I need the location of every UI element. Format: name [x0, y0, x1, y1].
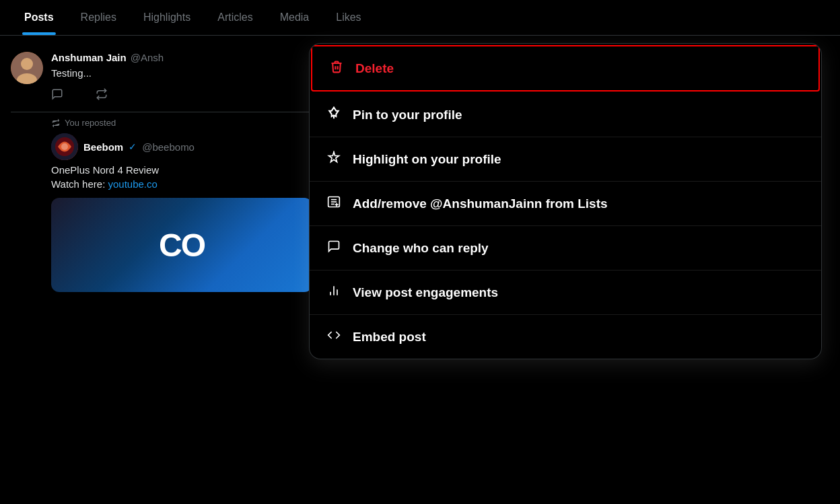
post-author-1: Anshuman Jain [51, 52, 127, 63]
sparkle-icon [326, 151, 342, 168]
repost-header: Beebom ✓ @beebomo [51, 133, 312, 160]
repost-indicator: You reposted [51, 118, 312, 128]
repost-content: Beebom ✓ @beebomo OnePlus Nord 4 Review … [51, 133, 312, 292]
repost-icon [51, 118, 61, 128]
avatar-image [11, 52, 43, 84]
svg-point-5 [61, 143, 68, 150]
delete-label: Delete [355, 61, 394, 76]
posts-area: Anshuman Jain @Ansh Testing... [0, 36, 323, 308]
tab-posts[interactable]: Posts [11, 0, 67, 35]
tab-bar: Posts Replies Highlights Articles Media … [0, 0, 840, 36]
menu-item-delete[interactable]: Delete [311, 45, 820, 92]
post-header-1: Anshuman Jain @Ansh [51, 52, 312, 63]
post-item-2: You reposted Beebom ✓ @beebomo [11, 112, 312, 300]
list-icon [326, 195, 342, 212]
embed-icon [326, 328, 342, 345]
reply-icon[interactable] [51, 88, 63, 104]
post-item-1: Anshuman Jain @Ansh Testing... [11, 44, 312, 112]
reply-settings-label: Change who can reply [353, 241, 489, 256]
retweet-icon[interactable] [96, 88, 108, 104]
tab-media[interactable]: Media [267, 0, 323, 35]
chart-icon [326, 284, 342, 301]
avatar-anshuman [11, 52, 43, 84]
repost-text: OnePlus Nord 4 Review Watch here: youtub… [51, 163, 312, 191]
tab-likes[interactable]: Likes [322, 0, 374, 35]
repost-author: Beebom [83, 141, 123, 153]
menu-item-reply-settings[interactable]: Change who can reply [310, 226, 821, 271]
reply-settings-icon [326, 240, 342, 256]
menu-item-embed[interactable]: Embed post [310, 315, 821, 359]
repost-handle: @beebomo [142, 141, 195, 153]
beebom-avatar [51, 133, 78, 160]
post-text-1: Testing... [51, 66, 312, 80]
post-actions-1 [51, 88, 312, 104]
content-area: Anshuman Jain @Ansh Testing... [0, 36, 840, 308]
menu-item-pin[interactable]: Pin to your profile [310, 93, 821, 137]
highlight-label: Highlight on your profile [353, 152, 501, 167]
menu-item-highlight[interactable]: Highlight on your profile [310, 137, 821, 182]
pin-icon [326, 106, 342, 123]
svg-point-1 [21, 58, 33, 70]
engagements-label: View post engagements [353, 285, 498, 300]
tab-replies[interactable]: Replies [67, 0, 130, 35]
post-handle-1: @Ansh [131, 52, 164, 63]
list-label: Add/remove @AnshumanJainn from Lists [353, 196, 608, 211]
repost-link[interactable]: youtube.co [108, 178, 157, 190]
tab-articles[interactable]: Articles [204, 0, 266, 35]
menu-item-list[interactable]: Add/remove @AnshumanJainn from Lists [310, 182, 821, 226]
menu-item-engagements[interactable]: View post engagements [310, 271, 821, 315]
verified-badge: ✓ [129, 141, 137, 152]
tab-highlights[interactable]: Highlights [130, 0, 204, 35]
image-preview: CO [51, 198, 312, 292]
pin-label: Pin to your profile [353, 108, 462, 122]
context-menu: Delete Pin to your profile Highlight on … [310, 44, 821, 359]
post-content-1: Anshuman Jain @Ansh Testing... [51, 52, 312, 104]
embed-label: Embed post [353, 330, 426, 345]
trash-icon [328, 60, 345, 77]
